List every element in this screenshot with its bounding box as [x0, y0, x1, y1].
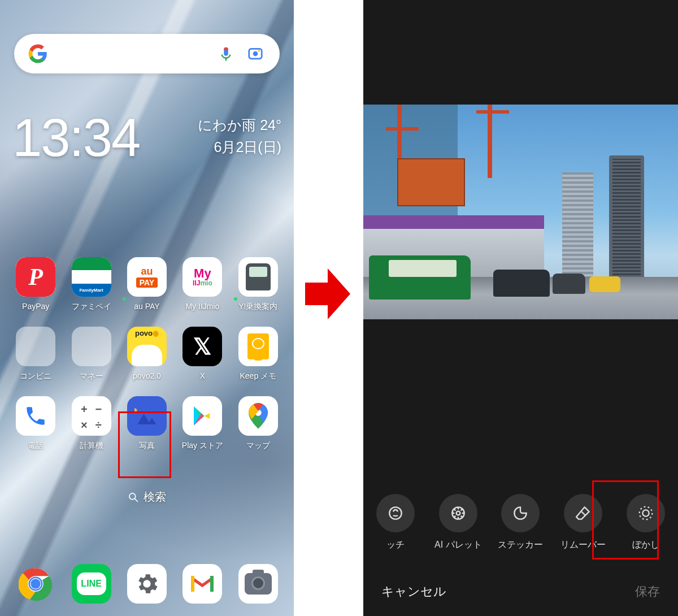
train-icon: [238, 257, 278, 297]
camera-icon: [238, 564, 278, 604]
tool-label: AI パレット: [434, 539, 482, 551]
save-button[interactable]: 保存: [635, 583, 660, 600]
line-icon: LINE: [72, 564, 111, 604]
app-grid: PPayPayFamilyMartファミペイauPAYau PAYMyIIJmi…: [0, 257, 294, 451]
tool-label: ステッカー: [498, 539, 543, 551]
keep-icon: [238, 327, 278, 366]
calc-icon: +−×÷: [72, 396, 111, 436]
date-text: 6月2日(日): [198, 138, 281, 157]
tool-blur[interactable]: ぼかし: [618, 494, 674, 551]
tool-sticker[interactable]: ステッカー: [492, 494, 549, 551]
edit-tools-row: ッチAI パレットステッカーリムーバーぼかし: [363, 494, 678, 551]
app-label: 写真: [139, 441, 155, 451]
arrow-icon: [305, 266, 350, 322]
app-iij[interactable]: MyIIJmioMy IIJmio: [175, 257, 230, 312]
app-train[interactable]: Y!乗換案内: [231, 257, 286, 312]
tool-label: ぼかし: [632, 539, 659, 551]
google-logo-icon: [28, 44, 48, 64]
app-maps[interactable]: マップ: [231, 396, 286, 451]
svg-point-13: [457, 511, 460, 515]
home-screen: 13:34 にわか雨 24° 6月2日(日) PPayPayFamilyMart…: [0, 0, 294, 616]
aupay-icon: auPAY: [127, 257, 167, 297]
app-calc[interactable]: +−×÷計算機: [63, 396, 119, 451]
app-keep[interactable]: Keep メモ: [231, 327, 286, 381]
app-label: au PAY: [134, 302, 159, 311]
app-label: マネー: [80, 371, 103, 381]
app-label: Play ストア: [182, 441, 223, 451]
app-photos[interactable]: 写真: [119, 396, 175, 451]
play-icon: [182, 396, 222, 436]
cancel-button[interactable]: キャンセル: [381, 583, 446, 600]
dock-app-line[interactable]: LINE: [63, 564, 119, 604]
maps-icon: [238, 396, 278, 436]
bottom-action-bar: キャンセル 保存: [363, 583, 678, 600]
blur-icon: [627, 494, 665, 532]
weather-widget[interactable]: にわか雨 24° 6月2日(日): [198, 116, 281, 157]
tool-eraser[interactable]: リムーバー: [555, 494, 611, 551]
svg-point-1: [253, 51, 258, 57]
app-famima[interactable]: FamilyMartファミペイ: [63, 257, 119, 312]
app-label: Keep メモ: [240, 371, 277, 381]
lens-icon[interactable]: [245, 43, 266, 64]
svg-point-10: [31, 579, 41, 589]
search-pill[interactable]: 検索: [128, 489, 166, 505]
folder-icon: [72, 327, 111, 366]
dock-app-settings[interactable]: [119, 564, 175, 604]
sticker-icon: [501, 494, 540, 532]
folder-icon: [16, 327, 55, 366]
app-label: Y!乗換案内: [238, 302, 277, 312]
app-label: コンビニ: [20, 371, 51, 381]
dock-app-chrome[interactable]: [8, 564, 63, 604]
update-dot: [234, 297, 237, 301]
paypay-icon: P: [16, 257, 55, 297]
search-pill-label: 検索: [144, 489, 166, 505]
retouch-icon: [376, 494, 415, 532]
photo-preview[interactable]: [363, 105, 678, 319]
gmail-icon: [182, 564, 222, 604]
app-phone[interactable]: 電話: [8, 396, 63, 451]
svg-point-11: [390, 507, 402, 519]
iij-icon: MyIIJmio: [182, 257, 222, 297]
tool-label: ッチ: [386, 539, 405, 551]
dock-app-gmail[interactable]: [175, 564, 230, 604]
svg-point-3: [134, 408, 137, 413]
clock-widget[interactable]: 13:34: [12, 107, 140, 168]
svg-point-14: [642, 510, 649, 516]
app-label: ファミペイ: [72, 302, 111, 312]
app-folder2[interactable]: マネー: [63, 327, 119, 381]
tool-palette[interactable]: AI パレット: [430, 494, 486, 551]
google-search-bar[interactable]: [14, 34, 280, 73]
app-label: 電話: [28, 441, 44, 451]
dock-app-camera[interactable]: [231, 564, 286, 604]
phone-icon: [16, 396, 55, 436]
app-povo[interactable]: povo◉povo2.0: [119, 327, 175, 381]
photos-icon: [127, 396, 167, 436]
svg-line-6: [135, 498, 138, 501]
mic-icon[interactable]: [215, 43, 237, 64]
tool-retouch[interactable]: ッチ: [367, 494, 424, 551]
weather-text: にわか雨 24°: [198, 116, 281, 135]
app-label: My IIJmio: [185, 302, 219, 311]
x-icon: 𝕏: [182, 327, 222, 366]
app-label: PayPay: [22, 302, 49, 311]
app-folder1[interactable]: コンビニ: [8, 327, 63, 381]
app-x[interactable]: 𝕏X: [175, 327, 230, 381]
app-play[interactable]: Play ストア: [175, 396, 230, 451]
photo-editor: ッチAI パレットステッカーリムーバーぼかし キャンセル 保存: [363, 0, 678, 616]
svg-point-15: [639, 507, 652, 520]
app-aupay[interactable]: auPAYau PAY: [119, 257, 175, 312]
search-icon: [128, 492, 139, 503]
app-paypay[interactable]: PPayPay: [8, 257, 63, 312]
app-label: マップ: [246, 441, 270, 451]
app-label: X: [200, 371, 205, 380]
tool-label: リムーバー: [560, 539, 606, 551]
povo-icon: povo◉: [127, 327, 167, 366]
settings-icon: [127, 564, 167, 604]
palette-icon: [439, 494, 477, 532]
eraser-icon: [564, 494, 602, 532]
app-label: 計算機: [80, 441, 103, 451]
chrome-icon: [16, 564, 55, 604]
app-label: povo2.0: [133, 371, 161, 380]
famima-icon: FamilyMart: [72, 257, 111, 297]
dock: LINE: [0, 564, 294, 604]
